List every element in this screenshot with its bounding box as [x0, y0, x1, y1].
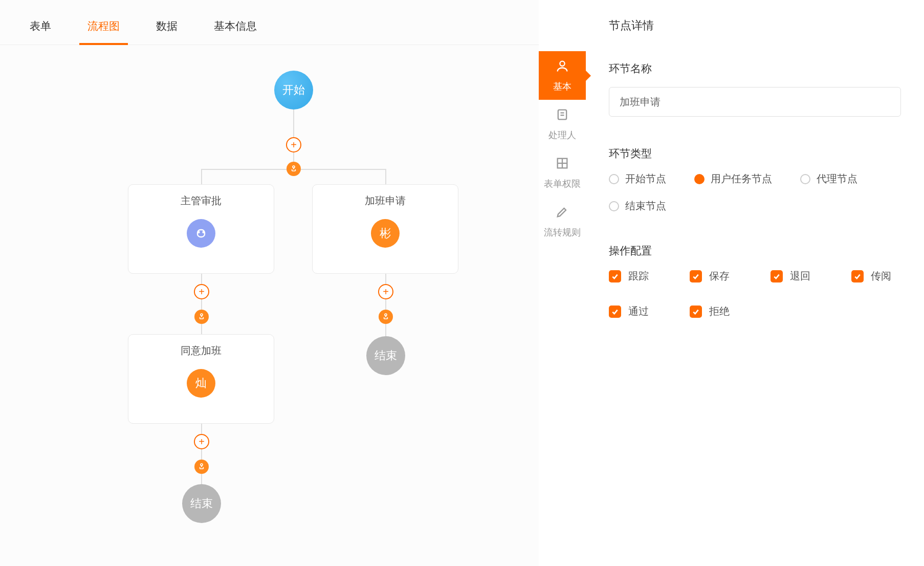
tab-basic-info[interactable]: 基本信息: [210, 13, 261, 45]
svg-point-6: [385, 314, 387, 316]
connector-line: [201, 169, 202, 184]
flow-node-overtime-request[interactable]: 加班申请 彬: [312, 184, 458, 274]
branch-icon[interactable]: [379, 310, 393, 324]
connector-line: [385, 299, 386, 310]
radio-dot-icon: [800, 174, 810, 184]
avatar-icon: [187, 219, 215, 248]
avatar-text: 彬: [371, 219, 400, 248]
list-icon: [555, 107, 569, 124]
avatar-text: 灿: [187, 369, 215, 398]
connector-line: [201, 299, 202, 310]
radio-end-node[interactable]: 结束节点: [609, 199, 666, 213]
node-title: 加班申请: [365, 194, 406, 208]
mini-tab-label: 基本: [553, 80, 571, 93]
connector-line: [385, 274, 386, 284]
check-icon: [851, 270, 864, 282]
mini-tab-flow-rule[interactable]: 流转规则: [539, 197, 586, 246]
branch-icon[interactable]: [194, 460, 209, 474]
check-icon: [609, 270, 621, 282]
flow-canvas: 开始 + 主管审批 加班申请: [0, 45, 539, 557]
branch-icon[interactable]: [194, 310, 209, 324]
mini-tab-label: 流转规则: [544, 226, 581, 238]
panel-title: 节点详情: [609, 18, 901, 33]
checkbox-circulate[interactable]: 传阅: [851, 269, 891, 283]
node-type-radio-group: 开始节点 用户任务节点 代理节点 结束节点: [609, 172, 901, 213]
checkbox-label: 保存: [709, 269, 730, 283]
checkbox-return[interactable]: 退回: [771, 269, 810, 283]
connector-line: [301, 169, 386, 170]
end-node[interactable]: 结束: [182, 484, 221, 523]
panel-mini-tabs: 基本 处理人 表单权限 流转规则: [539, 0, 586, 566]
radio-user-task-node[interactable]: 用户任务节点: [694, 172, 772, 186]
radio-label: 用户任务节点: [711, 172, 772, 186]
flow-node-supervisor[interactable]: 主管审批: [128, 184, 274, 274]
mini-tab-form-permission[interactable]: 表单权限: [539, 148, 586, 197]
connector-line: [385, 324, 386, 336]
type-label: 环节类型: [609, 146, 901, 161]
checkbox-pass[interactable]: 通过: [609, 304, 649, 318]
connector-line: [293, 153, 294, 162]
connector-line: [385, 169, 386, 184]
svg-point-0: [293, 166, 295, 168]
add-node-button[interactable]: +: [194, 434, 209, 449]
node-name-input[interactable]: [609, 87, 901, 117]
radio-dot-icon: [694, 174, 705, 184]
ops-label: 操作配置: [609, 244, 901, 258]
add-node-button[interactable]: +: [194, 284, 209, 299]
start-node[interactable]: 开始: [274, 71, 313, 110]
branch-icon[interactable]: [287, 162, 301, 176]
checkbox-save[interactable]: 保存: [690, 269, 730, 283]
grid-icon: [555, 156, 569, 173]
radio-label: 代理节点: [817, 172, 857, 186]
radio-dot-icon: [609, 201, 619, 211]
connector-line: [201, 169, 287, 170]
pen-icon: [555, 205, 569, 222]
top-tabs: 表单 流程图 数据 基本信息: [0, 0, 539, 45]
connector-line: [201, 474, 202, 484]
tab-flowchart[interactable]: 流程图: [83, 13, 124, 45]
radio-dot-icon: [609, 174, 619, 184]
node-detail-panel: 基本 处理人 表单权限 流转规则 节点详情: [539, 0, 924, 566]
radio-start-node[interactable]: 开始节点: [609, 172, 666, 186]
flow-node-agree-overtime[interactable]: 同意加班 灿: [128, 334, 274, 424]
check-icon: [690, 306, 702, 318]
svg-point-5: [201, 464, 203, 466]
check-icon: [771, 270, 783, 282]
check-icon: [690, 270, 702, 282]
mini-tab-handler[interactable]: 处理人: [539, 100, 586, 148]
radio-proxy-node[interactable]: 代理节点: [800, 172, 857, 186]
checkbox-track[interactable]: 跟踪: [609, 269, 649, 283]
check-icon: [609, 306, 621, 318]
checkbox-label: 传阅: [871, 269, 891, 283]
mini-tab-label: 处理人: [548, 129, 576, 141]
connector-line: [201, 324, 202, 334]
svg-rect-3: [197, 230, 205, 237]
tab-data[interactable]: 数据: [152, 13, 182, 45]
connector-line: [201, 449, 202, 460]
checkbox-reject[interactable]: 拒绝: [690, 304, 730, 318]
connector-line: [201, 274, 202, 284]
radio-label: 开始节点: [625, 172, 666, 186]
user-icon: [555, 59, 569, 76]
add-node-button[interactable]: +: [378, 284, 393, 299]
checkbox-label: 通过: [628, 304, 649, 318]
checkbox-label: 退回: [790, 269, 810, 283]
svg-point-4: [201, 314, 203, 316]
radio-label: 结束节点: [625, 199, 666, 213]
tab-form[interactable]: 表单: [26, 13, 55, 45]
connector-line: [201, 424, 202, 434]
svg-point-7: [560, 61, 564, 66]
ops-checkbox-group: 跟踪 保存 退回 传阅 通过: [609, 269, 901, 318]
connector-line: [293, 110, 294, 137]
node-title: 主管审批: [181, 194, 222, 208]
mini-tab-label: 表单权限: [544, 178, 581, 190]
add-node-button[interactable]: +: [286, 137, 301, 153]
checkbox-label: 拒绝: [709, 304, 730, 318]
name-label: 环节名称: [609, 61, 901, 76]
mini-tab-basic[interactable]: 基本: [539, 51, 586, 100]
node-title: 同意加班: [181, 344, 222, 358]
checkbox-label: 跟踪: [628, 269, 649, 283]
end-node[interactable]: 结束: [366, 336, 405, 375]
